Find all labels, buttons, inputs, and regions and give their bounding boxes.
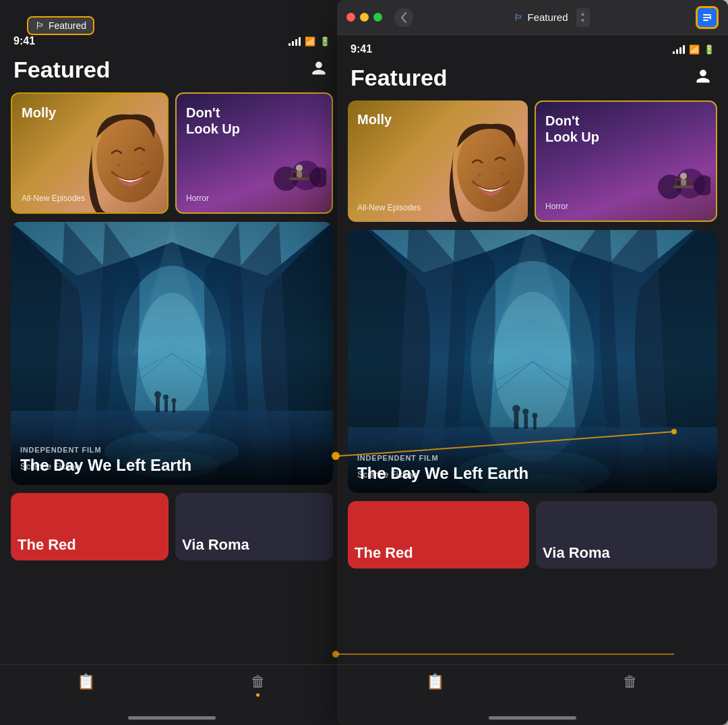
right-banner-card[interactable]: INDEPENDENT FILM The Day We Left Earth S…: [348, 230, 717, 493]
right-dlup-title: Don'tLook Up: [545, 113, 599, 145]
right-banner-genre: INDEPENDENT FILM: [357, 454, 708, 462]
maximize-button[interactable]: [373, 13, 382, 22]
left-tab-1[interactable]: 📋: [0, 673, 172, 691]
right-tab1-icon: 📋: [426, 673, 444, 691]
left-top-cards: Molly: [11, 92, 333, 214]
left-badge-label: Featured: [49, 20, 86, 31]
svg-point-10: [296, 165, 303, 171]
right-profile-icon[interactable]: [692, 65, 715, 88]
right-page-title: Featured: [351, 65, 448, 91]
right-wifi-icon: 📶: [689, 45, 700, 55]
titlebar-title-text: Featured: [527, 11, 568, 23]
left-the-red-card[interactable]: The Red: [11, 493, 169, 560]
left-tab-2[interactable]: 🗑: [172, 673, 344, 697]
right-macos-window: 🏳 Featured ▲ ▼ 9:41 📶: [337, 0, 728, 725]
right-molly-card[interactable]: Molly: [348, 100, 528, 222]
left-time: 9:41: [13, 35, 35, 47]
svg-rect-39: [675, 181, 677, 187]
right-bottom-cards: The Red Via Roma: [348, 501, 717, 569]
left-battery-icon: 🔋: [320, 36, 330, 47]
right-dlup-illustration: [657, 146, 710, 200]
right-banner-bg: INDEPENDENT FILM The Day We Left Earth S…: [348, 230, 717, 493]
titlebar-stepper[interactable]: ▲ ▼: [576, 8, 590, 27]
right-top-cards: Molly: [348, 100, 717, 222]
right-via-roma-title: Via Roma: [543, 544, 610, 562]
left-page-title: Featured: [13, 57, 111, 83]
left-home-indicator: [128, 716, 216, 720]
right-signal-bars: [673, 45, 685, 54]
left-profile-icon[interactable]: [307, 57, 330, 80]
left-status-icons: 📶 🔋: [289, 36, 330, 47]
molly-face-illustration: [80, 105, 167, 212]
left-tab2-icon: 🗑: [251, 673, 266, 691]
left-tab2-dot: [256, 693, 260, 697]
left-science-fiction-label: Science Fiction: [20, 461, 80, 471]
left-header: Featured: [0, 53, 344, 92]
left-banner-card[interactable]: INDEPENDENT FILM The Day We Left Earth S…: [11, 222, 333, 485]
svg-point-2: [140, 163, 144, 166]
svg-rect-42: [681, 179, 686, 185]
left-dlup-card[interactable]: Don'tLook Up Horror: [175, 92, 333, 214]
titlebar-flag-icon: 🏳: [514, 12, 523, 23]
right-tab2-icon: 🗑: [623, 673, 638, 691]
dont-look-up-illustration: [272, 138, 326, 192]
right-via-roma-card[interactable]: Via Roma: [536, 501, 717, 569]
left-tab1-icon: 📋: [77, 673, 95, 691]
right-tab-2[interactable]: 🗑: [533, 673, 728, 691]
right-tab-bar: 📋 🗑: [337, 664, 728, 725]
left-molly-title: Molly: [22, 105, 56, 121]
back-button[interactable]: [394, 8, 413, 27]
left-tab-bar: 📋 🗑: [0, 664, 344, 725]
minimize-button[interactable]: [360, 13, 369, 22]
left-bottom-cards: The Red Via Roma: [11, 493, 333, 560]
left-via-roma-title: Via Roma: [182, 536, 249, 554]
right-dlup-card[interactable]: Don'tLook Up Horror: [535, 100, 717, 222]
right-home-indicator: [489, 716, 576, 720]
right-the-red-card[interactable]: The Red: [348, 501, 529, 569]
right-molly-title: Molly: [357, 111, 392, 127]
right-status-icons: 📶 🔋: [673, 45, 715, 55]
svg-rect-11: [297, 171, 302, 177]
left-molly-subtitle: All-New Episodes: [22, 194, 85, 203]
right-banner-text: INDEPENDENT FILM The Day We Left Earth: [348, 443, 717, 493]
left-molly-card[interactable]: Molly: [11, 92, 169, 214]
left-banner-genre: INDEPENDENT FILM: [20, 446, 324, 454]
svg-point-41: [680, 173, 687, 179]
svg-point-1: [117, 164, 121, 167]
svg-rect-40: [690, 181, 692, 187]
close-button[interactable]: [346, 13, 355, 22]
svg-rect-30: [703, 20, 708, 21]
left-via-roma-card[interactable]: Via Roma: [175, 493, 333, 560]
right-header: Featured: [337, 61, 728, 100]
svg-rect-9: [306, 173, 307, 179]
right-molly-face: [440, 114, 528, 222]
right-tab-1[interactable]: 📋: [337, 673, 533, 691]
right-battery-icon: 🔋: [704, 45, 715, 55]
titlebar-title-area: 🏳 Featured ▲ ▼: [420, 8, 684, 27]
left-signal-bars: [289, 36, 301, 46]
left-dlup-subtitle: Horror: [186, 194, 209, 203]
right-content: Molly: [337, 100, 728, 569]
left-wifi-icon: 📶: [305, 36, 315, 47]
right-science-fiction-label: Science Fiction: [357, 469, 417, 480]
right-dlup-subtitle: Horror: [545, 202, 568, 211]
right-time: 9:41: [351, 43, 372, 55]
svg-point-33: [501, 172, 504, 175]
left-dlup-title: Don'tLook Up: [186, 105, 240, 137]
right-titlebar: 🏳 Featured ▲ ▼: [337, 0, 728, 35]
right-the-red-title: The Red: [355, 544, 413, 562]
titlebar-action-button[interactable]: [696, 6, 719, 29]
left-featured-badge: 🏳 Featured: [27, 16, 94, 35]
right-status-bar: 9:41 📶 🔋: [337, 35, 728, 61]
flag-icon-left: 🏳: [35, 20, 44, 31]
left-phone-panel: 🏳 Featured 9:41 📶 🔋 Featured: [0, 0, 344, 725]
left-the-red-title: The Red: [18, 536, 76, 554]
left-content: Molly: [0, 92, 344, 560]
svg-point-32: [478, 173, 481, 177]
right-molly-subtitle: All-New Episodes: [357, 203, 421, 212]
left-banner-text: INDEPENDENT FILM The Day We Left Earth: [11, 435, 333, 485]
svg-rect-28: [703, 14, 711, 16]
svg-rect-8: [291, 173, 293, 179]
left-banner-bg: INDEPENDENT FILM The Day We Left Earth S…: [11, 222, 333, 485]
traffic-lights: [346, 13, 382, 22]
